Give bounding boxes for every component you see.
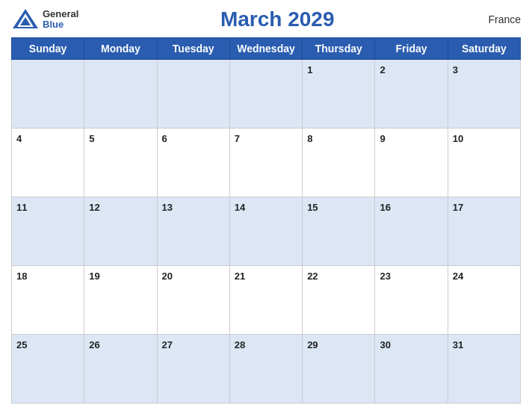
day-number: 20 bbox=[162, 271, 173, 282]
calendar-cell: 25 bbox=[12, 335, 84, 404]
calendar-cell: 7 bbox=[229, 129, 302, 197]
calendar-cell bbox=[12, 60, 84, 129]
day-number: 16 bbox=[380, 202, 390, 213]
day-number: 22 bbox=[307, 271, 318, 282]
calendar-cell: 23 bbox=[375, 266, 448, 335]
day-number: 26 bbox=[89, 339, 99, 350]
day-number: 25 bbox=[16, 339, 27, 350]
day-number: 8 bbox=[307, 133, 312, 144]
day-number: 21 bbox=[235, 271, 245, 282]
day-number: 5 bbox=[89, 133, 94, 144]
calendar-cell: 21 bbox=[229, 266, 302, 335]
day-header-tuesday: Tuesday bbox=[157, 38, 229, 60]
calendar-cell: 16 bbox=[375, 197, 448, 266]
calendar-cell: 6 bbox=[157, 129, 229, 197]
calendar-cell: 19 bbox=[84, 266, 157, 335]
day-number: 27 bbox=[162, 339, 173, 350]
calendar-cell bbox=[84, 60, 157, 129]
day-header-wednesday: Wednesday bbox=[229, 38, 302, 60]
calendar-cell: 22 bbox=[303, 266, 375, 335]
calendar-cell: 30 bbox=[375, 335, 448, 404]
calendar-cell: 29 bbox=[303, 335, 375, 404]
calendar-cell: 4 bbox=[12, 129, 84, 197]
calendar-cell: 11 bbox=[12, 197, 84, 266]
calendar-body: 1234567891011121314151617181920212223242… bbox=[12, 60, 521, 404]
calendar-cell: 5 bbox=[84, 129, 157, 197]
logo-icon bbox=[11, 7, 40, 31]
day-header-thursday: Thursday bbox=[303, 38, 375, 60]
calendar-cell: 18 bbox=[12, 266, 84, 335]
calendar-cell bbox=[229, 60, 302, 129]
calendar-cell: 24 bbox=[448, 266, 520, 335]
calendar-cell: 8 bbox=[303, 129, 375, 197]
calendar-title: March 2029 bbox=[78, 7, 476, 31]
day-number: 24 bbox=[453, 271, 463, 282]
day-number: 30 bbox=[380, 339, 390, 350]
calendar-cell: 3 bbox=[448, 60, 520, 129]
day-number: 23 bbox=[380, 271, 390, 282]
week-row-1: 123 bbox=[12, 60, 521, 129]
day-number: 29 bbox=[307, 339, 318, 350]
calendar-cell: 2 bbox=[375, 60, 448, 129]
day-number: 7 bbox=[235, 133, 240, 144]
calendar-cell: 10 bbox=[448, 129, 520, 197]
logo-blue-text: Blue bbox=[43, 19, 78, 30]
day-number: 1 bbox=[307, 64, 312, 75]
day-number: 2 bbox=[380, 64, 385, 75]
week-row-4: 18192021222324 bbox=[12, 266, 521, 335]
calendar-cell: 31 bbox=[448, 335, 520, 404]
days-of-week-row: SundayMondayTuesdayWednesdayThursdayFrid… bbox=[12, 38, 521, 60]
calendar-cell: 28 bbox=[229, 335, 302, 404]
day-number: 15 bbox=[307, 202, 318, 213]
day-number: 6 bbox=[162, 133, 167, 144]
calendar-header: General Blue March 2029 France bbox=[11, 7, 521, 31]
day-number: 3 bbox=[453, 64, 458, 75]
week-row-5: 25262728293031 bbox=[12, 335, 521, 404]
calendar-cell: 12 bbox=[84, 197, 157, 266]
calendar-cell: 27 bbox=[157, 335, 229, 404]
week-row-3: 11121314151617 bbox=[12, 197, 521, 266]
calendar-cell bbox=[157, 60, 229, 129]
week-row-2: 45678910 bbox=[12, 129, 521, 197]
day-number: 18 bbox=[16, 271, 27, 282]
day-number: 19 bbox=[89, 271, 99, 282]
calendar-cell: 20 bbox=[157, 266, 229, 335]
day-number: 12 bbox=[89, 202, 99, 213]
day-number: 9 bbox=[380, 133, 385, 144]
calendar-cell: 13 bbox=[157, 197, 229, 266]
day-header-saturday: Saturday bbox=[448, 38, 520, 60]
day-number: 10 bbox=[453, 133, 463, 144]
day-number: 28 bbox=[235, 339, 245, 350]
calendar-cell: 15 bbox=[303, 197, 375, 266]
calendar-table: SundayMondayTuesdayWednesdayThursdayFrid… bbox=[11, 37, 521, 404]
day-number: 13 bbox=[162, 202, 173, 213]
calendar-header-row: SundayMondayTuesdayWednesdayThursdayFrid… bbox=[12, 38, 521, 60]
day-header-friday: Friday bbox=[375, 38, 448, 60]
calendar-cell: 9 bbox=[375, 129, 448, 197]
calendar-cell: 14 bbox=[229, 197, 302, 266]
day-number: 14 bbox=[235, 202, 245, 213]
day-header-monday: Monday bbox=[84, 38, 157, 60]
country-label: France bbox=[476, 13, 521, 25]
logo: General Blue bbox=[11, 7, 78, 31]
day-number: 31 bbox=[453, 339, 463, 350]
day-number: 17 bbox=[453, 202, 463, 213]
calendar-cell: 17 bbox=[448, 197, 520, 266]
logo-text: General Blue bbox=[43, 9, 78, 31]
day-number: 11 bbox=[16, 202, 27, 213]
day-number: 4 bbox=[16, 133, 22, 144]
calendar-cell: 1 bbox=[303, 60, 375, 129]
logo-general-text: General bbox=[43, 9, 78, 19]
day-header-sunday: Sunday bbox=[12, 38, 84, 60]
calendar-cell: 26 bbox=[84, 335, 157, 404]
